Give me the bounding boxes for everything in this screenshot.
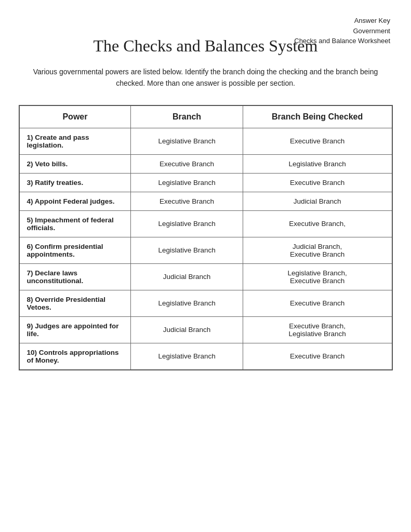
header-line3: Checks and Balance Worksheet [294,36,390,46]
col-header-power: Power [19,105,131,128]
checked-cell-10: Executive Branch [243,343,392,370]
power-cell-4: 4) Appoint Federal judges. [19,192,131,210]
checked-cell-8: Executive Branch [243,290,392,316]
col-header-checked: Branch Being Checked [243,105,392,128]
power-cell-3: 3) Ratify treaties. [19,173,131,192]
table-row: 5) Impeachment of federal officials.Legi… [19,210,392,237]
branch-cell-8: Legislative Branch [131,290,243,316]
table-row: 2) Veto bills.Executive BranchLegislativ… [19,154,392,173]
table-row: 1) Create and pass legislation.Legislati… [19,128,392,154]
branch-cell-7: Judicial Branch [131,263,243,290]
checked-cell-9: Executive Branch,Legislative Branch [243,316,392,343]
table-row: 9) Judges are appointed for life.Judicia… [19,316,392,343]
header-line1: Answer Key [294,16,390,26]
branch-cell-5: Legislative Branch [131,210,243,237]
branch-cell-9: Judicial Branch [131,316,243,343]
power-cell-10: 10) Controls appropriations of Money. [19,343,131,370]
power-cell-1: 1) Create and pass legislation. [19,128,131,154]
checked-cell-1: Executive Branch [243,128,392,154]
power-cell-5: 5) Impeachment of federal officials. [19,210,131,237]
checks-balances-table: Power Branch Branch Being Checked 1) Cre… [19,105,393,370]
power-cell-6: 6) Confirm presidential appointments. [19,237,131,263]
branch-cell-10: Legislative Branch [131,343,243,370]
checks-balances-table-wrapper: Power Branch Branch Being Checked 1) Cre… [19,105,393,370]
checked-cell-3: Executive Branch [243,173,392,192]
header-info: Answer Key Government Checks and Balance… [294,16,390,46]
checked-cell-4: Judicial Branch [243,192,392,210]
branch-cell-4: Executive Branch [131,192,243,210]
table-row: 10) Controls appropriations of Money.Leg… [19,343,392,370]
checked-cell-2: Legislative Branch [243,154,392,173]
checked-cell-6: Judicial Branch,Executive Branch [243,237,392,263]
branch-cell-1: Legislative Branch [131,128,243,154]
table-row: 4) Appoint Federal judges.Executive Bran… [19,192,392,210]
checked-cell-5: Executive Branch, [243,210,392,237]
branch-cell-2: Executive Branch [131,154,243,173]
power-cell-9: 9) Judges are appointed for life. [19,316,131,343]
power-cell-2: 2) Veto bills. [19,154,131,173]
table-row: 6) Confirm presidential appointments.Leg… [19,237,392,263]
table-row: 7) Declare laws unconstitutional.Judicia… [19,263,392,290]
power-cell-7: 7) Declare laws unconstitutional. [19,263,131,290]
checked-cell-7: Legislative Branch,Executive Branch [243,263,392,290]
header-line2: Government [294,26,390,36]
table-row: 8) Override Presidential Vetoes.Legislat… [19,290,392,316]
col-header-branch: Branch [131,105,243,128]
power-cell-8: 8) Override Presidential Vetoes. [19,290,131,316]
branch-cell-6: Legislative Branch [131,237,243,263]
subtitle: Various governmental powers are listed b… [29,66,382,89]
table-row: 3) Ratify treaties.Legislative BranchExe… [19,173,392,192]
branch-cell-3: Legislative Branch [131,173,243,192]
